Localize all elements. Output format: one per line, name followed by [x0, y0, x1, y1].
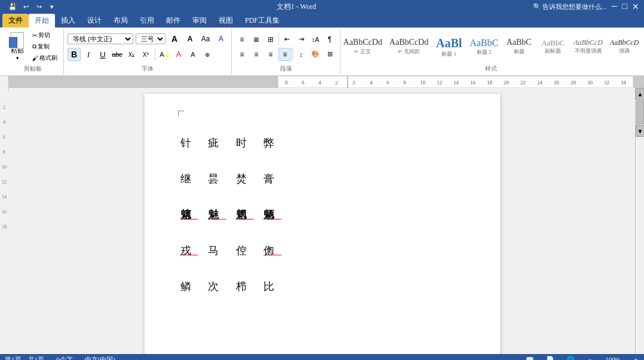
bullets-button[interactable]: ≡ [235, 33, 249, 46]
scroll-track[interactable] [636, 100, 644, 124]
style-subtitle[interactable]: AaBbC 副标题 [536, 36, 569, 57]
style-heading1[interactable]: AaBl 标题 1 [433, 34, 465, 60]
svg-text:18: 18 [487, 80, 493, 86]
document-area[interactable]: 针 疵 时 弊 继 昙 焚 膏 魑 魅 魍 魉 [9, 88, 635, 354]
tab-design[interactable]: 设计 [81, 14, 108, 28]
char-5-3: 栉 [236, 280, 254, 292]
superscript-button[interactable]: X² [139, 48, 152, 61]
scroll-up-btn[interactable]: ▲ [636, 88, 644, 100]
svg-text:20: 20 [504, 80, 510, 86]
vertical-ruler: 2 4 6 8 10 12 14 16 18 [0, 91, 9, 354]
restore-btn[interactable]: □ [622, 2, 627, 11]
style-normal-label: ↵ 正文 [354, 48, 371, 56]
show-marks-button[interactable]: ¶ [323, 33, 336, 46]
zoom-out-btn[interactable]: － [587, 355, 593, 361]
svg-text:4: 4 [3, 120, 5, 125]
underline-button[interactable]: U [96, 48, 109, 61]
align-left-button[interactable]: ≡ [235, 48, 249, 61]
view-layout-btn[interactable]: 📄 [546, 356, 554, 361]
svg-rect-0 [9, 76, 278, 88]
divider [155, 48, 155, 60]
undo-icon[interactable]: ↩ [20, 1, 31, 12]
close-btn[interactable]: ✕ [632, 2, 639, 12]
char-4-1: 戎 [180, 245, 198, 257]
change-case-button[interactable]: Aa [199, 32, 212, 45]
decrease-indent-button[interactable]: ⇤ [280, 33, 293, 46]
char-2-4: 膏 [263, 173, 281, 185]
justify-button[interactable]: ≡ [278, 48, 292, 61]
clipboard-group: 粘贴 ▾ ✂ 剪切 ⧉ 复制 🖌 格式刷 剪贴板 [2, 29, 64, 74]
style-subtle-emphasis[interactable]: AaBbCcD 不明显强调 [571, 36, 606, 56]
cut-button[interactable]: ✂ 剪切 [30, 30, 60, 41]
language: 中文(中国) [85, 355, 115, 361]
view-read-btn[interactable]: 📖 [526, 356, 534, 361]
shrink-font-button[interactable]: A [183, 32, 197, 45]
text-effects-button[interactable]: A [214, 32, 228, 45]
redo-icon[interactable]: ↪ [33, 1, 44, 12]
font-family-row: 等线 (中文正) 三号 A A Aa A [68, 32, 228, 45]
subscript-button[interactable]: X₂ [125, 48, 138, 61]
svg-rect-25 [0, 91, 9, 354]
scissors-icon: ✂ [32, 32, 37, 39]
view-web-btn[interactable]: 🌐 [566, 356, 575, 361]
style-h2-label: 标题 2 [477, 48, 492, 56]
paste-arrow[interactable]: ▾ [16, 55, 19, 61]
tab-pdf[interactable]: PDF工具集 [239, 14, 286, 28]
shading-button[interactable]: A [186, 48, 200, 61]
style-no-spacing[interactable]: AaBbCcDd ↵ 无间距 [387, 36, 431, 57]
style-normal[interactable]: AaBbCcDd ↵ 正文 [341, 36, 385, 57]
bold-button[interactable]: B [68, 48, 81, 61]
tab-file[interactable]: 文件 [2, 14, 29, 28]
paste-button[interactable]: 粘贴 ▾ [6, 32, 29, 62]
svg-text:22: 22 [520, 80, 526, 86]
align-right-button[interactable]: ≡ [264, 48, 277, 61]
minimize-btn[interactable]: ─ [612, 2, 618, 11]
style-heading2[interactable]: AaBbC 标题 2 [467, 35, 501, 58]
text-line-3: 魑 魅 魍 魉 [180, 202, 464, 228]
quick-access-toolbar[interactable]: 💾 ↩ ↪ ▾ [5, 1, 60, 12]
tab-mailings[interactable]: 邮件 [160, 14, 186, 28]
svg-text:32: 32 [604, 80, 609, 86]
border-button[interactable]: ⊕ [201, 48, 214, 61]
right-scrollbar[interactable]: ▲ ▼ [635, 88, 644, 354]
save-icon[interactable]: 💾 [7, 1, 18, 12]
font-color-button[interactable]: A [172, 48, 185, 61]
scroll-thumb[interactable] [636, 100, 644, 124]
svg-text:10: 10 [420, 80, 426, 86]
tab-review[interactable]: 审阅 [186, 14, 213, 28]
increase-indent-button[interactable]: ⇥ [295, 33, 308, 46]
strikethrough-button[interactable]: abc [111, 48, 124, 61]
grow-font-button[interactable]: A [168, 32, 181, 45]
sort-button[interactable]: ↕A [309, 33, 322, 46]
font-size-select[interactable]: 三号 [136, 33, 165, 44]
style-title[interactable]: AaBbC 标题 [502, 36, 535, 57]
zoom-in-btn[interactable]: ＋ [633, 355, 639, 361]
document-page: 针 疵 时 弊 继 昙 焚 膏 魑 魅 魍 魉 [145, 94, 500, 354]
customize-icon[interactable]: ▾ [47, 1, 57, 12]
borders-button[interactable]: ⊞ [323, 48, 336, 61]
line-spacing-button[interactable]: ↕ [295, 48, 308, 61]
shading2-button[interactable]: 🎨 [309, 48, 322, 61]
search-box[interactable]: 🔍 告诉我您想要做什么... [533, 2, 607, 11]
text-line-5: 鳞 次 栉 比 [180, 273, 464, 300]
align-center-button[interactable]: ≡ [250, 48, 263, 61]
tab-references[interactable]: 引用 [134, 14, 160, 28]
tab-home[interactable]: 开始 [29, 14, 55, 28]
style-emphasis[interactable]: AaBbCcD 强调 [607, 36, 642, 56]
copy-button[interactable]: ⧉ 复制 [30, 41, 60, 52]
text-highlight-button[interactable]: A [158, 48, 171, 61]
window-title: 文档1 - Word [60, 2, 533, 12]
svg-text:4: 4 [370, 80, 373, 86]
tab-layout[interactable]: 布局 [108, 14, 134, 28]
scroll-down-btn[interactable]: ▼ [636, 125, 644, 137]
font-family-select[interactable]: 等线 (中文正) [68, 33, 133, 44]
svg-text:18: 18 [2, 224, 7, 230]
format-painter-icon: 🖌 [32, 55, 38, 62]
tab-insert[interactable]: 插入 [55, 14, 81, 28]
format-painter-button[interactable]: 🖌 格式刷 [30, 53, 60, 63]
multilevel-list-button[interactable]: ⊞ [264, 33, 277, 46]
numbering-button[interactable]: ≣ [250, 33, 263, 46]
tab-view[interactable]: 视图 [213, 14, 239, 28]
style-emphasis-label: 强调 [619, 47, 630, 55]
italic-button[interactable]: I [82, 48, 95, 61]
